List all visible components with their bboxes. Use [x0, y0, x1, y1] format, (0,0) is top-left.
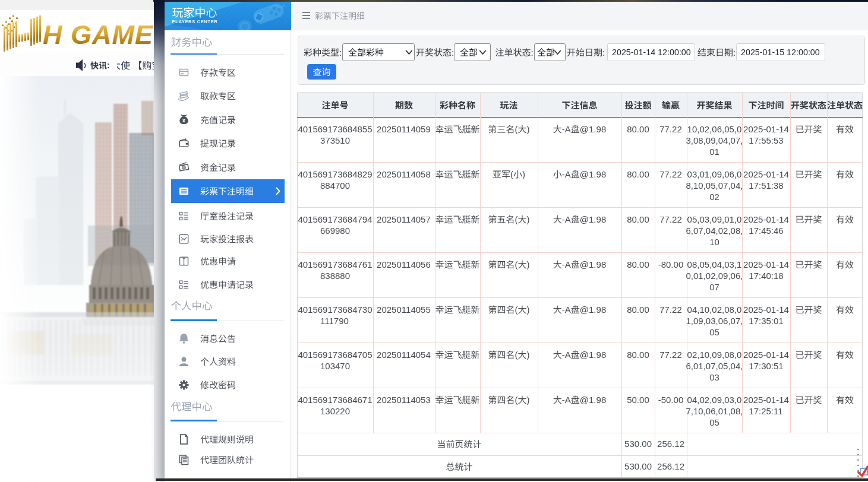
svg-text:H GAME: H GAME [43, 20, 154, 50]
